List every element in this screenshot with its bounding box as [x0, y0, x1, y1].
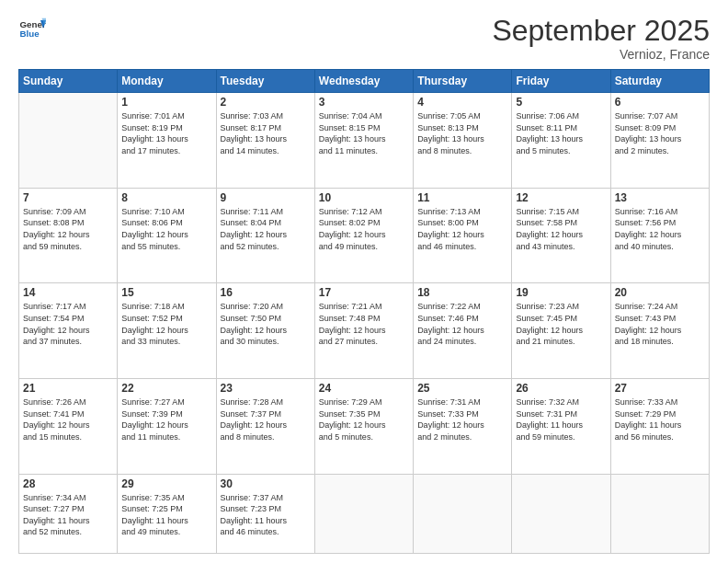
table-row: 9Sunrise: 7:11 AM Sunset: 8:04 PM Daylig… [216, 188, 314, 283]
day-info: Sunrise: 7:12 AM Sunset: 8:02 PM Dayligh… [319, 206, 409, 252]
table-row: 12Sunrise: 7:15 AM Sunset: 7:58 PM Dayli… [512, 188, 610, 283]
day-info: Sunrise: 7:10 AM Sunset: 8:06 PM Dayligh… [121, 206, 211, 252]
day-info: Sunrise: 7:03 AM Sunset: 8:17 PM Dayligh… [221, 110, 311, 156]
day-info: Sunrise: 7:05 AM Sunset: 8:13 PM Dayligh… [417, 110, 507, 156]
day-number: 11 [417, 191, 507, 204]
day-number: 29 [121, 477, 211, 490]
day-number: 14 [23, 286, 113, 299]
table-row [610, 474, 709, 553]
day-number: 5 [516, 96, 606, 109]
table-row: 14Sunrise: 7:17 AM Sunset: 7:54 PM Dayli… [19, 283, 118, 379]
table-row: 29Sunrise: 7:35 AM Sunset: 7:25 PM Dayli… [118, 474, 216, 553]
day-info: Sunrise: 7:16 AM Sunset: 7:56 PM Dayligh… [615, 206, 705, 252]
day-info: Sunrise: 7:29 AM Sunset: 7:35 PM Dayligh… [319, 396, 409, 442]
table-row: 5Sunrise: 7:06 AM Sunset: 8:11 PM Daylig… [512, 93, 610, 189]
day-number: 22 [121, 382, 211, 395]
col-tuesday: Tuesday [216, 70, 314, 93]
table-row: 6Sunrise: 7:07 AM Sunset: 8:09 PM Daylig… [610, 93, 709, 189]
day-info: Sunrise: 7:11 AM Sunset: 8:04 PM Dayligh… [221, 206, 311, 252]
day-info: Sunrise: 7:28 AM Sunset: 7:37 PM Dayligh… [221, 396, 311, 442]
table-row: 1Sunrise: 7:01 AM Sunset: 8:19 PM Daylig… [118, 93, 216, 189]
day-info: Sunrise: 7:13 AM Sunset: 8:00 PM Dayligh… [417, 206, 507, 252]
table-row: 10Sunrise: 7:12 AM Sunset: 8:02 PM Dayli… [314, 188, 413, 283]
table-row: 16Sunrise: 7:20 AM Sunset: 7:50 PM Dayli… [216, 283, 314, 379]
day-number: 30 [221, 477, 311, 490]
day-info: Sunrise: 7:35 AM Sunset: 7:25 PM Dayligh… [121, 492, 211, 538]
subtitle: Vernioz, France [492, 47, 710, 62]
day-number: 12 [516, 191, 606, 204]
day-number: 15 [121, 286, 211, 299]
day-info: Sunrise: 7:18 AM Sunset: 7:52 PM Dayligh… [121, 301, 211, 347]
day-info: Sunrise: 7:23 AM Sunset: 7:45 PM Dayligh… [516, 301, 606, 347]
day-number: 1 [121, 96, 211, 109]
table-row: 18Sunrise: 7:22 AM Sunset: 7:46 PM Dayli… [414, 283, 512, 379]
day-number: 21 [23, 382, 113, 395]
header: General Blue September 2025 Vernioz, Fra… [18, 15, 710, 62]
day-info: Sunrise: 7:31 AM Sunset: 7:33 PM Dayligh… [417, 396, 507, 442]
table-row: 8Sunrise: 7:10 AM Sunset: 8:06 PM Daylig… [118, 188, 216, 283]
table-row: 17Sunrise: 7:21 AM Sunset: 7:48 PM Dayli… [314, 283, 413, 379]
day-number: 9 [221, 191, 311, 204]
day-number: 6 [615, 96, 705, 109]
day-info: Sunrise: 7:15 AM Sunset: 7:58 PM Dayligh… [516, 206, 606, 252]
table-row: 24Sunrise: 7:29 AM Sunset: 7:35 PM Dayli… [314, 378, 413, 474]
day-number: 19 [516, 286, 606, 299]
col-sunday: Sunday [19, 70, 118, 93]
table-row: 19Sunrise: 7:23 AM Sunset: 7:45 PM Dayli… [512, 283, 610, 379]
table-row: 23Sunrise: 7:28 AM Sunset: 7:37 PM Dayli… [216, 378, 314, 474]
table-row: 20Sunrise: 7:24 AM Sunset: 7:43 PM Dayli… [610, 283, 709, 379]
day-info: Sunrise: 7:07 AM Sunset: 8:09 PM Dayligh… [615, 110, 705, 156]
table-row: 28Sunrise: 7:34 AM Sunset: 7:27 PM Dayli… [19, 474, 118, 553]
day-number: 23 [221, 382, 311, 395]
day-number: 2 [221, 96, 311, 109]
day-info: Sunrise: 7:32 AM Sunset: 7:31 PM Dayligh… [516, 396, 606, 442]
day-number: 7 [23, 191, 113, 204]
table-row: 13Sunrise: 7:16 AM Sunset: 7:56 PM Dayli… [610, 188, 709, 283]
day-number: 20 [615, 286, 705, 299]
table-row [19, 93, 118, 189]
day-info: Sunrise: 7:01 AM Sunset: 8:19 PM Dayligh… [121, 110, 211, 156]
day-info: Sunrise: 7:09 AM Sunset: 8:08 PM Dayligh… [23, 206, 113, 252]
day-number: 13 [615, 191, 705, 204]
month-title: September 2025 [492, 15, 710, 47]
day-info: Sunrise: 7:20 AM Sunset: 7:50 PM Dayligh… [221, 301, 311, 347]
table-row: 25Sunrise: 7:31 AM Sunset: 7:33 PM Dayli… [414, 378, 512, 474]
table-row: 4Sunrise: 7:05 AM Sunset: 8:13 PM Daylig… [414, 93, 512, 189]
logo: General Blue [18, 15, 46, 42]
calendar: Sunday Monday Tuesday Wednesday Thursday… [18, 69, 710, 554]
day-info: Sunrise: 7:27 AM Sunset: 7:39 PM Dayligh… [121, 396, 211, 442]
day-info: Sunrise: 7:21 AM Sunset: 7:48 PM Dayligh… [319, 301, 409, 347]
day-info: Sunrise: 7:04 AM Sunset: 8:15 PM Dayligh… [319, 110, 409, 156]
day-info: Sunrise: 7:26 AM Sunset: 7:41 PM Dayligh… [23, 396, 113, 442]
logo-icon: General Blue [18, 15, 46, 42]
table-row: 26Sunrise: 7:32 AM Sunset: 7:31 PM Dayli… [512, 378, 610, 474]
day-info: Sunrise: 7:24 AM Sunset: 7:43 PM Dayligh… [615, 301, 705, 347]
day-number: 10 [319, 191, 409, 204]
day-number: 17 [319, 286, 409, 299]
day-info: Sunrise: 7:34 AM Sunset: 7:27 PM Dayligh… [23, 492, 113, 538]
col-wednesday: Wednesday [314, 70, 413, 93]
col-thursday: Thursday [414, 70, 512, 93]
table-row: 15Sunrise: 7:18 AM Sunset: 7:52 PM Dayli… [118, 283, 216, 379]
day-number: 26 [516, 382, 606, 395]
col-saturday: Saturday [610, 70, 709, 93]
day-number: 28 [23, 477, 113, 490]
day-number: 24 [319, 382, 409, 395]
day-number: 25 [417, 382, 507, 395]
day-info: Sunrise: 7:17 AM Sunset: 7:54 PM Dayligh… [23, 301, 113, 347]
day-number: 18 [417, 286, 507, 299]
table-row [314, 474, 413, 553]
table-row: 22Sunrise: 7:27 AM Sunset: 7:39 PM Dayli… [118, 378, 216, 474]
col-monday: Monday [118, 70, 216, 93]
table-row [414, 474, 512, 553]
day-number: 3 [319, 96, 409, 109]
table-row [512, 474, 610, 553]
day-number: 8 [121, 191, 211, 204]
day-number: 16 [221, 286, 311, 299]
day-number: 27 [615, 382, 705, 395]
page: General Blue September 2025 Vernioz, Fra… [0, 0, 728, 563]
title-block: September 2025 Vernioz, France [492, 15, 710, 62]
day-info: Sunrise: 7:06 AM Sunset: 8:11 PM Dayligh… [516, 110, 606, 156]
day-info: Sunrise: 7:33 AM Sunset: 7:29 PM Dayligh… [615, 396, 705, 442]
table-row: 21Sunrise: 7:26 AM Sunset: 7:41 PM Dayli… [19, 378, 118, 474]
